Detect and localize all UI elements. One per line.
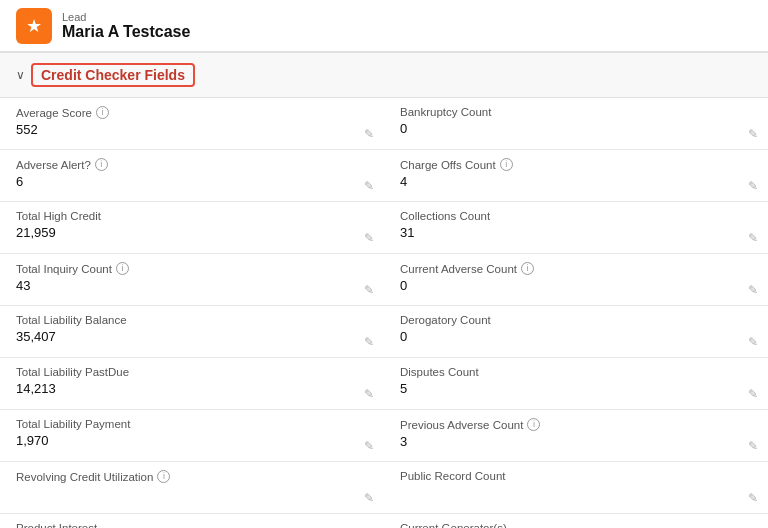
info-icon[interactable]: i	[95, 158, 108, 171]
edit-icon[interactable]: ✎	[364, 179, 374, 193]
field-right-8: Current Generator(s)✎	[384, 514, 768, 528]
field-left-5: Total Liability PastDue14,213✎	[0, 358, 384, 410]
edit-icon[interactable]: ✎	[748, 283, 758, 297]
field-label: Adverse Alert?i	[16, 158, 368, 171]
edit-icon[interactable]: ✎	[364, 439, 374, 453]
field-label: Total Inquiry Counti	[16, 262, 368, 275]
field-label: Disputes Count	[400, 366, 752, 378]
field-right-0: Bankruptcy Count0✎	[384, 98, 768, 150]
edit-icon[interactable]: ✎	[364, 387, 374, 401]
chevron-down-icon[interactable]: ∨	[16, 68, 25, 82]
field-label: Product Interest	[16, 522, 368, 528]
edit-icon[interactable]: ✎	[748, 491, 758, 505]
edit-icon[interactable]: ✎	[748, 439, 758, 453]
section-header[interactable]: ∨ Credit Checker Fields	[0, 52, 768, 98]
edit-icon[interactable]: ✎	[748, 335, 758, 349]
field-right-1: Charge Offs Counti4✎	[384, 150, 768, 202]
field-label: Charge Offs Counti	[400, 158, 752, 171]
field-value: 0	[400, 120, 752, 136]
record-name: Maria A Testcase	[62, 23, 190, 41]
field-left-3: Total Inquiry Counti43✎	[0, 254, 384, 306]
field-label: Total High Credit	[16, 210, 368, 222]
info-icon[interactable]: i	[500, 158, 513, 171]
field-label: Total Liability Balance	[16, 314, 368, 326]
field-right-2: Collections Count31✎	[384, 202, 768, 254]
info-icon[interactable]: i	[116, 262, 129, 275]
field-value: 0	[400, 328, 752, 344]
field-right-7: Public Record Count✎	[384, 462, 768, 514]
field-value: 552	[16, 121, 368, 137]
header-text-block: Lead Maria A Testcase	[62, 11, 190, 41]
info-icon[interactable]: i	[527, 418, 540, 431]
field-left-6: Total Liability Payment1,970✎	[0, 410, 384, 462]
field-value: 0	[400, 277, 752, 293]
field-label: Total Liability PastDue	[16, 366, 368, 378]
field-value: 21,959	[16, 224, 368, 240]
edit-icon[interactable]: ✎	[748, 127, 758, 141]
field-value: 3	[400, 433, 752, 449]
field-value: 43	[16, 277, 368, 293]
field-left-2: Total High Credit21,959✎	[0, 202, 384, 254]
field-label: Public Record Count	[400, 470, 752, 482]
field-right-3: Current Adverse Counti0✎	[384, 254, 768, 306]
field-right-5: Disputes Count5✎	[384, 358, 768, 410]
info-icon[interactable]: i	[521, 262, 534, 275]
field-label: Derogatory Count	[400, 314, 752, 326]
section-title: Credit Checker Fields	[31, 63, 195, 87]
field-label: Current Adverse Counti	[400, 262, 752, 275]
field-right-6: Previous Adverse Counti3✎	[384, 410, 768, 462]
edit-icon[interactable]: ✎	[364, 283, 374, 297]
record-type-icon: ★	[16, 8, 52, 44]
edit-icon[interactable]: ✎	[364, 127, 374, 141]
field-left-0: Average Scorei552✎	[0, 98, 384, 150]
page-header: ★ Lead Maria A Testcase	[0, 0, 768, 52]
edit-icon[interactable]: ✎	[748, 231, 758, 245]
field-label: Current Generator(s)	[400, 522, 752, 528]
field-label: Average Scorei	[16, 106, 368, 119]
field-label: Previous Adverse Counti	[400, 418, 752, 431]
edit-icon[interactable]: ✎	[748, 387, 758, 401]
field-value	[400, 484, 752, 485]
info-icon[interactable]: i	[96, 106, 109, 119]
fields-grid: Average Scorei552✎Bankruptcy Count0✎Adve…	[0, 98, 768, 528]
field-label: Total Liability Payment	[16, 418, 368, 430]
edit-icon[interactable]: ✎	[364, 231, 374, 245]
field-label: Revolving Credit Utilizationi	[16, 470, 368, 483]
field-left-4: Total Liability Balance35,407✎	[0, 306, 384, 358]
edit-icon[interactable]: ✎	[364, 335, 374, 349]
field-left-1: Adverse Alert?i6✎	[0, 150, 384, 202]
field-value: 31	[400, 224, 752, 240]
field-value: 5	[400, 380, 752, 396]
field-value	[16, 485, 368, 486]
field-value: 4	[400, 173, 752, 189]
field-value: 6	[16, 173, 368, 189]
field-label: Collections Count	[400, 210, 752, 222]
info-icon[interactable]: i	[157, 470, 170, 483]
edit-icon[interactable]: ✎	[364, 491, 374, 505]
field-right-4: Derogatory Count0✎	[384, 306, 768, 358]
main-content: ∨ Credit Checker Fields Average Scorei55…	[0, 52, 768, 528]
field-label: Bankruptcy Count	[400, 106, 752, 118]
field-value: 35,407	[16, 328, 368, 344]
field-left-8: Product Interest✎	[0, 514, 384, 528]
field-value: 14,213	[16, 380, 368, 396]
record-type-label: Lead	[62, 11, 190, 23]
field-value: 1,970	[16, 432, 368, 448]
field-left-7: Revolving Credit Utilizationi✎	[0, 462, 384, 514]
edit-icon[interactable]: ✎	[748, 179, 758, 193]
